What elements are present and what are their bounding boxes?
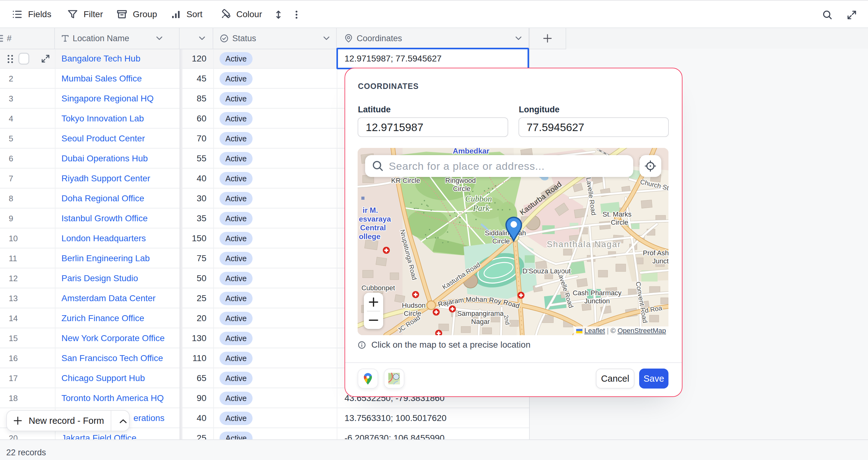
svg-text:Hudson: Hudson [402,301,426,309]
svg-text:ir M.: ir M. [363,206,378,214]
svg-text:Cubbon: Cubbon [465,194,492,203]
svg-text:Circle: Circle [453,185,470,193]
svg-text:Park: Park [473,203,490,213]
svg-text:esvaraya: esvaraya [359,215,391,223]
svg-text:Ambedkar: Ambedkar [453,148,489,155]
svg-text:Shanthala Nagar: Shanthala Nagar [547,240,621,249]
svg-text:Junction: Junction [584,297,610,305]
svg-text:Nagar: Nagar [471,318,490,325]
svg-text:Prof Ashirv: Prof Ashirv [643,249,669,257]
svg-text:ollege: ollege [359,232,380,240]
svg-text:Circle: Circle [492,237,510,245]
svg-text:Sampangirama: Sampangirama [457,310,504,317]
svg-text:Circle: Circle [611,219,628,226]
svg-text:Ringwood: Ringwood [445,177,476,184]
svg-text:Cash Pharmacy: Cash Pharmacy [573,289,622,297]
svg-text:KR Circle: KR Circle [391,177,420,184]
svg-text:St. Marks: St. Marks [603,210,632,218]
svg-text:Central: Central [360,224,386,232]
svg-text:Cubbonpet: Cubbonpet [361,284,395,292]
svg-text:Junctio: Junctio [652,257,669,265]
